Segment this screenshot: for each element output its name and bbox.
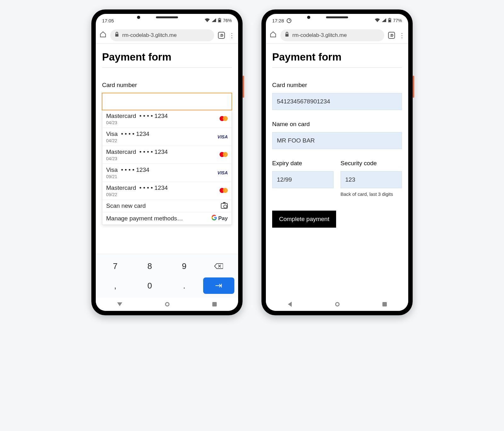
page-title: Payment form — [102, 51, 232, 68]
data-saver-icon — [287, 18, 291, 23]
battery-icon — [218, 18, 221, 23]
page-content: Payment form Card number Name on card Ex… — [266, 44, 408, 298]
speaker-grille — [326, 16, 348, 18]
clock: 17:05 — [102, 18, 114, 23]
card-number-label: Card number — [272, 82, 402, 89]
svg-rect-7 — [285, 34, 289, 37]
svg-rect-3 — [115, 34, 118, 37]
mastercard-icon — [220, 188, 228, 194]
wifi-icon — [205, 18, 210, 23]
card-number-input[interactable] — [102, 93, 232, 110]
home-icon[interactable] — [100, 31, 106, 40]
numeric-keyboard: 7 8 9 , 0 . — [96, 254, 238, 298]
svg-rect-5 — [389, 18, 390, 19]
screen-right: 17:28 77% — [266, 14, 408, 311]
nav-recents-icon[interactable] — [382, 302, 387, 306]
card-number-field: Card number — [102, 82, 232, 110]
cvc-input[interactable] — [341, 171, 402, 188]
battery-percent: 76% — [223, 18, 232, 23]
autofill-card-row[interactable]: Mastercard • • • • 1234 09/22 — [102, 182, 232, 200]
card-expiry: 04/23 — [106, 156, 168, 161]
home-icon[interactable] — [270, 31, 277, 40]
key-next[interactable] — [203, 277, 235, 294]
front-camera — [307, 16, 310, 19]
status-bar: 17:28 77% — [266, 14, 408, 27]
browser-toolbar: rm-codelab-3.glitch.me :D ⋮ — [266, 27, 408, 44]
expiry-label: Expiry date — [272, 160, 334, 167]
status-bar: 17:05 76% — [96, 14, 238, 27]
card-expiry: 04/22 — [106, 138, 149, 143]
submit-button[interactable]: Complete payment — [272, 211, 336, 228]
nav-home-icon[interactable] — [335, 302, 340, 306]
speaker-grille — [156, 16, 178, 18]
wifi-icon — [375, 18, 380, 23]
url-text: rm-codelab-3.glitch.me — [122, 32, 177, 38]
autofill-card-row[interactable]: Visa • • • • 1234 09/21 VISA — [102, 164, 232, 182]
cvc-help-text: Back of card, last 3 digits — [341, 191, 402, 197]
visa-icon: VISA — [217, 134, 228, 139]
autofill-card-row[interactable]: Visa • • • • 1234 04/22 VISA — [102, 128, 232, 146]
name-label: Name on card — [272, 121, 402, 128]
battery-percent: 77% — [393, 18, 402, 23]
key-0[interactable]: 0 — [134, 277, 166, 294]
nav-home-icon[interactable] — [165, 302, 169, 306]
name-field: Name on card — [272, 121, 402, 149]
autofill-card-row[interactable]: Mastercard • • • • 1234 04/23 — [102, 146, 232, 164]
front-camera — [137, 16, 140, 19]
url-text: rm-codelab-3.glitch.me — [292, 32, 347, 38]
mastercard-icon — [220, 116, 228, 122]
key-7[interactable]: 7 — [100, 258, 131, 274]
autofill-dropdown: Mastercard • • • • 1234 04/23 Visa • • •… — [102, 110, 232, 225]
lock-icon — [285, 32, 289, 38]
nav-recents-icon[interactable] — [212, 302, 217, 306]
visa-icon: VISA — [217, 170, 228, 175]
mastercard-icon — [220, 152, 228, 158]
url-bar[interactable]: rm-codelab-3.glitch.me — [280, 29, 384, 41]
svg-rect-2 — [219, 20, 220, 22]
signal-icon — [212, 18, 216, 23]
battery-icon — [388, 18, 391, 23]
android-nav-bar — [96, 298, 238, 311]
browser-toolbar: rm-codelab-3.glitch.me :D ⋮ — [96, 27, 238, 44]
card-expiry: 09/22 — [106, 192, 168, 197]
key-backspace[interactable] — [203, 258, 235, 274]
screen-left: 17:05 76% — [96, 14, 238, 311]
key-period[interactable]: . — [169, 277, 200, 294]
manage-payments-row[interactable]: Manage payment methods… Pay — [102, 212, 232, 224]
svg-rect-1 — [219, 18, 220, 19]
clock: 17:28 — [272, 18, 284, 23]
expiry-field: Expiry date — [272, 160, 334, 197]
expiry-input[interactable] — [272, 171, 334, 188]
card-number-input[interactable] — [272, 93, 402, 110]
autofill-card-row[interactable]: Mastercard • • • • 1234 04/23 — [102, 110, 232, 128]
nav-back-icon[interactable] — [117, 302, 122, 306]
gpay-icon: Pay — [211, 215, 228, 222]
card-expiry: 09/21 — [106, 174, 149, 179]
menu-icon[interactable]: ⋮ — [229, 32, 234, 39]
svg-rect-6 — [389, 20, 391, 22]
signal-icon — [382, 18, 386, 23]
key-comma[interactable]: , — [100, 277, 131, 294]
scan-card-row[interactable]: Scan new card — [102, 200, 232, 212]
page-title: Payment form — [272, 51, 402, 68]
lock-icon — [115, 32, 119, 38]
key-9[interactable]: 9 — [169, 258, 200, 274]
tab-switcher[interactable]: :D — [218, 32, 225, 39]
cvc-field: Security code Back of card, last 3 digit… — [341, 160, 402, 197]
key-8[interactable]: 8 — [134, 258, 166, 274]
card-expiry: 04/23 — [106, 120, 168, 125]
nav-back-icon[interactable] — [288, 302, 292, 307]
name-input[interactable] — [272, 132, 402, 149]
card-number-field: Card number — [272, 82, 402, 110]
tab-switcher[interactable]: :D — [388, 32, 395, 39]
cvc-label: Security code — [341, 160, 402, 167]
page-content: Payment form Card number Mastercard • • … — [96, 44, 238, 254]
phone-left: 17:05 76% — [91, 9, 243, 315]
url-bar[interactable]: rm-codelab-3.glitch.me — [110, 29, 214, 41]
android-nav-bar — [266, 298, 408, 311]
card-number-label: Card number — [102, 82, 232, 89]
camera-icon — [221, 203, 228, 209]
phone-right: 17:28 77% — [261, 9, 413, 315]
menu-icon[interactable]: ⋮ — [399, 32, 404, 39]
